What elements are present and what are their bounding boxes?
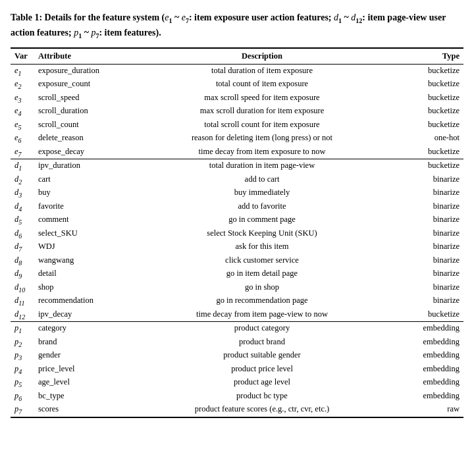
cell-var: d8 <box>11 254 34 268</box>
cell-description: reason for deleting item (long press) or… <box>113 132 411 145</box>
table-header-row: Var Attribute Description Type <box>11 48 463 65</box>
cell-type: bucketize <box>411 64 463 78</box>
cell-attribute: gender <box>34 349 113 363</box>
cell-attribute: detail <box>34 267 113 281</box>
table-row: d11recommendationgo in recommendation pa… <box>11 294 463 308</box>
cell-attribute: brand <box>34 336 113 350</box>
cell-type: embedding <box>411 376 463 390</box>
cell-description: product suitable gender <box>113 349 411 363</box>
cell-var: e4 <box>11 105 34 119</box>
cell-type: bucketize <box>411 308 463 322</box>
table-row: p5age_levelproduct age levelembedding <box>11 376 463 390</box>
cell-description: go in recommendation page <box>113 294 411 308</box>
cell-type: binarize <box>411 200 463 214</box>
cell-var: d3 <box>11 186 34 200</box>
table-row: e7expose_decaytime decay from item expos… <box>11 145 463 159</box>
cell-attribute: recommendation <box>34 294 113 308</box>
cell-var: d11 <box>11 294 34 308</box>
cell-type: embedding <box>411 349 463 363</box>
cell-var: p1 <box>11 322 34 336</box>
cell-attribute: category <box>34 322 113 336</box>
cell-description: buy immediately <box>113 186 411 200</box>
cell-var: p6 <box>11 390 34 404</box>
feature-table: Var Attribute Description Type e1exposur… <box>11 47 463 418</box>
cell-description: total duration in item page-view <box>113 159 411 173</box>
cell-type: binarize <box>411 254 463 268</box>
cell-attribute: age_level <box>34 376 113 390</box>
cell-description: max scroll speed for item exposure <box>113 92 411 105</box>
cell-description: go in shop <box>113 281 411 295</box>
cell-var: p7 <box>11 403 34 417</box>
cell-attribute: price_level <box>34 363 113 377</box>
table-row: e5scroll_counttotal scroll count for ite… <box>11 119 463 132</box>
cell-attribute: favorite <box>34 200 113 214</box>
col-var: Var <box>11 48 34 65</box>
table-row: e1exposure_durationtotal duration of ite… <box>11 64 463 78</box>
cell-type: bucketize <box>411 159 463 173</box>
cell-description: total duration of item exposure <box>113 64 411 78</box>
cell-attribute: scroll_count <box>34 119 113 132</box>
cell-attribute: expose_decay <box>34 145 113 159</box>
cell-var: d5 <box>11 213 34 227</box>
cell-type: bucketize <box>411 145 463 159</box>
cell-type: binarize <box>411 227 463 241</box>
cell-var: p4 <box>11 363 34 377</box>
title-text: Table 1: Details for the feature system … <box>11 13 446 38</box>
table-row: d4favoriteadd to favoritebinarize <box>11 200 463 214</box>
cell-var: p2 <box>11 336 34 350</box>
cell-description: go in item detail page <box>113 267 411 281</box>
cell-description: product age level <box>113 376 411 390</box>
table-row: p3genderproduct suitable genderembedding <box>11 349 463 363</box>
cell-attribute: scroll_duration <box>34 105 113 119</box>
cell-attribute: bc_type <box>34 390 113 404</box>
col-attribute: Attribute <box>34 48 113 65</box>
cell-attribute: select_SKU <box>34 227 113 241</box>
table-row: d5commentgo in comment pagebinarize <box>11 213 463 227</box>
table-row: e4scroll_durationmax scroll duration for… <box>11 105 463 119</box>
table-row: e6delete_reasonreason for deleting item … <box>11 132 463 145</box>
cell-var: d2 <box>11 173 34 187</box>
cell-description: product brand <box>113 336 411 350</box>
cell-var: d10 <box>11 281 34 295</box>
cell-type: binarize <box>411 213 463 227</box>
cell-type: embedding <box>411 322 463 336</box>
cell-attribute: exposure_count <box>34 78 113 92</box>
table-row: d6select_SKUselect Stock Keeping Unit (S… <box>11 227 463 241</box>
cell-attribute: wangwang <box>34 254 113 268</box>
cell-description: time decay from item exposure to now <box>113 145 411 159</box>
cell-var: e6 <box>11 132 34 145</box>
cell-var: d12 <box>11 308 34 322</box>
cell-type: binarize <box>411 281 463 295</box>
cell-type: raw <box>411 403 463 417</box>
cell-description: time decay from item page-view to now <box>113 308 411 322</box>
table-row: e3scroll_speedmax scroll speed for item … <box>11 92 463 105</box>
cell-attribute: cart <box>34 173 113 187</box>
table-row: p6bc_typeproduct bc typeembedding <box>11 390 463 404</box>
cell-attribute: scroll_speed <box>34 92 113 105</box>
cell-var: e1 <box>11 64 34 78</box>
cell-attribute: exposure_duration <box>34 64 113 78</box>
cell-var: p3 <box>11 349 34 363</box>
table-row: e2exposure_counttotal count of item expo… <box>11 78 463 92</box>
table-row: d8wangwangclick customer servicebinarize <box>11 254 463 268</box>
table-row: p2brandproduct brandembedding <box>11 336 463 350</box>
cell-type: one-hot <box>411 132 463 145</box>
cell-var: e5 <box>11 119 34 132</box>
cell-var: d1 <box>11 159 34 173</box>
cell-attribute: shop <box>34 281 113 295</box>
cell-type: binarize <box>411 186 463 200</box>
cell-var: d6 <box>11 227 34 241</box>
cell-description: total scroll count for item exposure <box>113 119 411 132</box>
cell-var: d4 <box>11 200 34 214</box>
cell-type: binarize <box>411 267 463 281</box>
cell-type: embedding <box>411 363 463 377</box>
cell-attribute: comment <box>34 213 113 227</box>
col-type: Type <box>411 48 463 65</box>
table-row: p1categoryproduct categoryembedding <box>11 322 463 336</box>
cell-description: product feature scores (e.g., ctr, cvr, … <box>113 403 411 417</box>
table-row: p4price_levelproduct price levelembeddin… <box>11 363 463 377</box>
cell-description: ask for this item <box>113 240 411 254</box>
table-row: d2cartadd to cartbinarize <box>11 173 463 187</box>
cell-attribute: ipv_duration <box>34 159 113 173</box>
table-row: d12ipv_decaytime decay from item page-vi… <box>11 308 463 322</box>
